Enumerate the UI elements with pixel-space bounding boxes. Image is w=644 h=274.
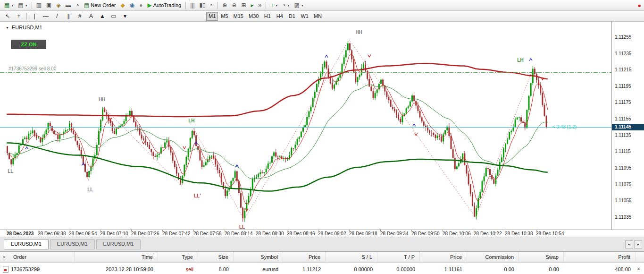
- timeframe-w1-button[interactable]: W1: [298, 12, 311, 21]
- order-cell-swap: 0.00: [519, 266, 564, 272]
- chart-window[interactable]: #1736753299 sell 8.00< 0:43 (1.2)LLLLHHL…: [0, 22, 644, 237]
- chart-bars-button[interactable]: |||: [188, 1, 196, 10]
- templates-button[interactable]: ▨▾: [293, 1, 305, 10]
- shapes-button[interactable]: ▭: [109, 12, 119, 21]
- tile-windows-button[interactable]: ⊞: [239, 1, 248, 10]
- up-signal-icon: [413, 124, 416, 126]
- time-tick-label: 28 Dec 10:22: [474, 231, 502, 236]
- order-cell-sl: 0.00000: [326, 266, 377, 272]
- zoom-out-button[interactable]: ⊖: [230, 1, 238, 10]
- order-row[interactable]: 17367532992023.12.28 10:59:00sell8.00eur…: [0, 263, 644, 274]
- price-tick-label: 1.11135: [615, 133, 631, 138]
- data-window-button[interactable]: ▣: [44, 1, 53, 10]
- indicators-button[interactable]: +▾: [268, 1, 279, 10]
- column-header-swap[interactable]: Swap: [519, 252, 564, 262]
- experts-icon: ◉: [130, 2, 134, 8]
- tab-scroll-left-button[interactable]: ◄: [625, 240, 633, 248]
- text-icon: A: [89, 13, 93, 19]
- chart-tab-3[interactable]: EURUSD,M1: [96, 239, 141, 249]
- terminal-close-button[interactable]: ×: [0, 255, 8, 260]
- strategy-tester-button[interactable]: ◔: [74, 1, 81, 10]
- horizontal-line-button[interactable]: —: [41, 12, 51, 21]
- templates-dropdown-icon[interactable]: ▾: [301, 3, 303, 8]
- down-signal-icon: [415, 133, 418, 136]
- market-watch-button[interactable]: ▥: [34, 1, 43, 10]
- metaeditor-button[interactable]: ◆: [118, 1, 126, 10]
- timeframe-d1-button[interactable]: D1: [286, 12, 298, 21]
- crosshair-button[interactable]: +: [14, 12, 24, 21]
- column-header-time[interactable]: Time: [75, 252, 158, 262]
- price-tick-label: 1.11255: [615, 34, 631, 40]
- zoom-in-button[interactable]: ⊕: [220, 1, 229, 10]
- timeframe-h4-button[interactable]: H4: [274, 12, 285, 21]
- trendline-button[interactable]: /: [52, 12, 62, 21]
- profiles-dropdown-icon[interactable]: ▾: [25, 3, 27, 8]
- column-header-order[interactable]: Order: [8, 252, 75, 262]
- price-tick-label: 1.11055: [615, 198, 631, 204]
- timeframe-m15-button[interactable]: M15: [231, 12, 246, 21]
- arrows-button[interactable]: ▲: [97, 12, 108, 21]
- equidistant-channel-button[interactable]: ∥: [63, 12, 74, 21]
- time-tick-label: 28 Dec 07:26: [131, 231, 159, 236]
- chart-shift-button[interactable]: »: [257, 1, 264, 10]
- new-chart-button[interactable]: ▦▾: [2, 1, 15, 10]
- zz-toggle-button[interactable]: ZZ ON: [11, 40, 46, 49]
- alerts-icon: ●: [139, 2, 142, 8]
- column-header-price_open[interactable]: Price: [283, 252, 326, 262]
- auto-scroll-button[interactable]: ▸: [249, 1, 256, 10]
- navigator-button[interactable]: ◈: [54, 1, 62, 10]
- cursor-button[interactable]: ↖: [2, 12, 13, 21]
- chart-line-button[interactable]: ≈: [209, 1, 216, 10]
- new-order-button[interactable]: ▤New Order: [82, 1, 118, 10]
- tab-scroll-right-button[interactable]: ►: [634, 240, 642, 248]
- timeframe-h1-button[interactable]: H1: [261, 12, 273, 21]
- column-header-price_current[interactable]: Price: [420, 252, 467, 262]
- more-tools-icon: ▾: [124, 13, 126, 19]
- indicators-dropdown-icon[interactable]: ▾: [276, 3, 277, 8]
- vertical-line-button[interactable]: |: [29, 12, 40, 21]
- experts-button[interactable]: ◉: [128, 1, 136, 10]
- order-cell-order: 1736753299: [0, 266, 75, 273]
- close-position-button[interactable]: ×: [636, 266, 642, 272]
- chart-tab-2[interactable]: EURUSD,M1: [50, 239, 95, 249]
- price-tick-label: 1.11095: [615, 165, 631, 171]
- timeframe-m5-button[interactable]: M5: [218, 12, 230, 21]
- timeframe-m1-button[interactable]: M1: [206, 12, 218, 21]
- market-watch-icon: ▥: [36, 2, 42, 8]
- column-header-profit[interactable]: Profit: [564, 252, 636, 262]
- alerts-button[interactable]: ●: [137, 1, 144, 10]
- column-header-commission[interactable]: Commission: [467, 252, 519, 262]
- timeframe-m30-button[interactable]: M30: [246, 12, 261, 21]
- column-header-type[interactable]: Type: [158, 252, 198, 262]
- symbol-period-text: EURUSD,M1: [12, 25, 42, 30]
- autotrading-icon: ▶: [147, 2, 151, 8]
- profiles-button[interactable]: ▤▾: [16, 1, 29, 10]
- time-tick-label: 28 Dec 08:46: [287, 231, 315, 236]
- order-cell-price_current: 1.11161: [420, 266, 467, 272]
- column-header-symbol[interactable]: Symbol: [234, 252, 283, 262]
- chart-candles-button[interactable]: ▮▯: [198, 1, 208, 10]
- chart-collapse-icon[interactable]: ▼: [6, 26, 9, 29]
- chart-tab-1[interactable]: EURUSD,M1: [4, 239, 49, 249]
- navigator-icon: ◈: [56, 2, 60, 8]
- fibonacci-button[interactable]: #: [75, 12, 85, 21]
- column-header-tp[interactable]: T / P: [377, 252, 420, 262]
- time-axis: 28 Dec 202328 Dec 06:3828 Dec 06:5428 De…: [0, 230, 644, 237]
- terminal-panel-button[interactable]: ▬: [64, 1, 73, 10]
- more-tools-button[interactable]: ▾: [120, 12, 130, 21]
- price-chart[interactable]: #1736753299 sell 8.00< 0:43 (1.2)LLLLHHL…: [0, 22, 611, 230]
- text-button[interactable]: A: [86, 12, 96, 21]
- toolbar-separator: [32, 2, 32, 9]
- price-tick-label: 1.11075: [615, 182, 631, 188]
- timeframe-mn-button[interactable]: MN: [311, 12, 324, 21]
- horizontal-line-icon: —: [43, 13, 49, 19]
- price-tick-label: 1.11035: [615, 214, 631, 220]
- templates-icon: ▨: [294, 2, 300, 8]
- autotrading-button[interactable]: ▶AutoTrading: [145, 1, 183, 10]
- periods-dropdown-icon[interactable]: ▾: [288, 3, 290, 8]
- column-header-size[interactable]: Size: [198, 252, 234, 262]
- column-header-sl[interactable]: S / L: [326, 252, 377, 262]
- periods-button[interactable]: ◔▾: [280, 1, 291, 10]
- terminal-header-row: ×OrderTimeTypeSizeSymbolPriceS / LT / PP…: [0, 252, 644, 263]
- new-chart-dropdown-icon[interactable]: ▾: [11, 3, 13, 8]
